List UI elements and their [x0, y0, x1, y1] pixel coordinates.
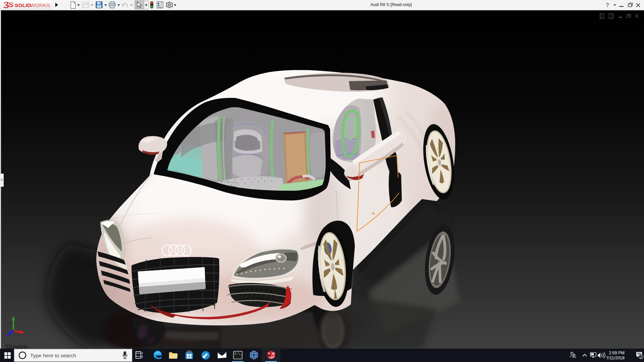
svg-text:2017: 2017 — [269, 356, 274, 359]
svg-text:W: W — [272, 352, 275, 355]
svg-text:7/11/2018: 7/11/2018 — [606, 356, 625, 360]
svg-text:2:59 PM: 2:59 PM — [609, 351, 625, 355]
svg-text:C:\_: C:\_ — [234, 352, 242, 356]
svg-text:WORKS: WORKS — [30, 2, 50, 8]
svg-text:2: 2 — [640, 355, 642, 359]
svg-text:SOLID: SOLID — [15, 2, 31, 8]
svg-text:?: ? — [606, 2, 609, 8]
svg-text:Type here to search: Type here to search — [30, 353, 76, 358]
svg-text:S: S — [268, 352, 270, 355]
